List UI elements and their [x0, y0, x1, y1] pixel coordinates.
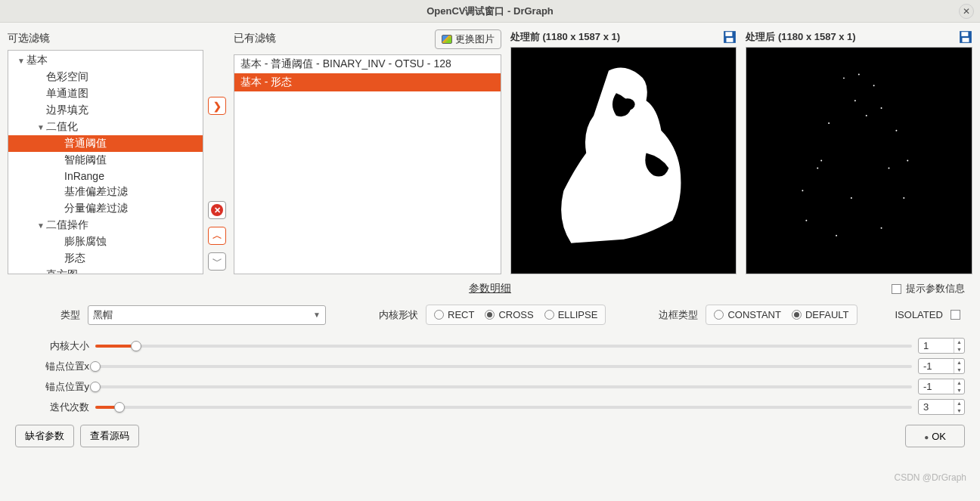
filter-tree[interactable]: ▼基本色彩空间单通道图边界填充▼二值化普通阈值智能阈值InRange基准偏差过滤… — [8, 50, 203, 274]
checkbox-icon — [892, 284, 901, 294]
border-type-label: 边框类型 — [659, 308, 698, 322]
svg-point-16 — [881, 227, 882, 229]
dot-icon: ● — [924, 433, 929, 441]
window-title: OpenCV调试窗口 - DrGraph — [426, 5, 554, 18]
slider-label: 锚点位置x — [15, 360, 89, 373]
svg-rect-2 — [727, 38, 733, 42]
svg-rect-7 — [963, 38, 969, 42]
change-image-button[interactable]: 更换图片 — [435, 29, 501, 49]
chevron-down-icon: ▼ — [313, 311, 321, 319]
type-combo[interactable]: 黑帽 ▼ — [88, 305, 326, 325]
svg-rect-1 — [726, 32, 733, 36]
save-after-icon[interactable] — [959, 30, 972, 44]
svg-point-9 — [843, 77, 845, 79]
tree-item[interactable]: ▼二值化 — [8, 119, 203, 135]
tree-item[interactable]: InRange — [8, 169, 203, 184]
svg-point-20 — [821, 160, 823, 162]
close-button[interactable]: ✕ — [959, 4, 974, 19]
list-item[interactable]: 基本 - 形态 — [234, 73, 501, 91]
spin-box[interactable]: 3▲▼ — [918, 399, 965, 415]
svg-point-19 — [802, 190, 804, 191]
svg-rect-8 — [746, 48, 972, 274]
view-source-button[interactable]: 查看源码 — [80, 425, 139, 447]
svg-point-24 — [889, 167, 890, 169]
kernel-shape-label: 内核形状 — [379, 308, 418, 322]
after-label: 处理后 (1180 x 1587 x 1) — [746, 30, 855, 44]
params-title: 参数明细 — [469, 282, 511, 295]
type-label: 类型 — [60, 308, 80, 322]
svg-point-15 — [904, 197, 905, 199]
tree-item[interactable]: 智能阈值 — [8, 152, 203, 169]
svg-point-21 — [829, 122, 830, 124]
image-icon — [442, 35, 452, 44]
svg-point-17 — [836, 235, 837, 237]
kernel-shape-group: RECTCROSSELLIPSE — [426, 305, 606, 325]
border-type-group: CONSTANTDEFAULT — [706, 305, 857, 325]
slider-row: 迭代次数3▲▼ — [8, 397, 972, 417]
tree-item[interactable]: ▼二值操作 — [8, 217, 203, 233]
default-params-button[interactable]: 缺省参数 — [15, 425, 74, 447]
titlebar: OpenCV调试窗口 - DrGraph ✕ — [0, 0, 980, 23]
isolated-label: ISOLATED — [895, 309, 943, 320]
hint-checkbox[interactable]: 提示参数信息 — [892, 282, 965, 295]
tree-item[interactable]: 色彩空间 — [8, 69, 203, 85]
slider-row: 内核大小1▲▼ — [8, 336, 972, 356]
svg-point-10 — [858, 73, 860, 75]
move-up-button[interactable]: ︿ — [208, 227, 226, 245]
move-down-button[interactable]: ﹀ — [208, 252, 226, 271]
applied-filter-list[interactable]: 基本 - 普通阈值 - BINARY_INV - OTSU - 128基本 - … — [234, 54, 501, 274]
slider[interactable] — [95, 339, 912, 353]
tree-item[interactable]: ▼基本 — [8, 52, 203, 69]
radio-option[interactable]: DEFAULT — [792, 309, 849, 320]
before-image — [510, 47, 737, 274]
tree-item[interactable]: 边界填充 — [8, 102, 203, 119]
slider-label: 内核大小 — [15, 339, 89, 353]
spin-box[interactable]: -1▲▼ — [918, 379, 965, 394]
tree-item[interactable]: 普通阈值 — [8, 135, 203, 152]
svg-rect-6 — [961, 32, 968, 36]
applied-filters-label: 已有滤镜 — [234, 29, 276, 50]
svg-point-22 — [854, 100, 856, 101]
slider-label: 锚点位置y — [15, 380, 89, 394]
before-label: 处理前 (1180 x 1587 x 1) — [510, 30, 620, 44]
spin-box[interactable]: -1▲▼ — [918, 358, 965, 374]
tree-item[interactable]: 基准偏差过滤 — [8, 184, 203, 200]
slider[interactable] — [95, 400, 912, 414]
radio-option[interactable]: RECT — [434, 309, 474, 320]
svg-point-14 — [907, 160, 909, 162]
tree-item[interactable]: 膨胀腐蚀 — [8, 233, 203, 250]
delete-filter-button[interactable]: ✕ — [208, 201, 226, 219]
save-before-icon[interactable] — [723, 30, 737, 44]
svg-point-18 — [806, 220, 808, 221]
svg-point-25 — [851, 197, 852, 199]
tree-item[interactable]: 形态 — [8, 250, 203, 267]
isolated-checkbox[interactable] — [951, 310, 960, 320]
tree-item[interactable]: 单通道图 — [8, 85, 203, 102]
radio-option[interactable]: ELLIPSE — [544, 309, 598, 320]
svg-point-12 — [881, 107, 882, 109]
ok-button[interactable]: ●OK — [905, 425, 965, 447]
tree-item[interactable]: 分量偏差过滤 — [8, 200, 203, 217]
list-item[interactable]: 基本 - 普通阈值 - BINARY_INV - OTSU - 128 — [234, 55, 501, 73]
after-image — [746, 47, 972, 274]
watermark: CSDN @DrGraph — [894, 472, 966, 483]
radio-option[interactable]: CROSS — [485, 309, 533, 320]
radio-option[interactable]: CONSTANT — [714, 309, 781, 320]
svg-point-4 — [620, 98, 635, 110]
tree-item[interactable]: 直方图 — [8, 267, 203, 274]
svg-point-26 — [817, 167, 819, 169]
slider-row: 锚点位置y-1▲▼ — [8, 376, 972, 397]
slider[interactable] — [95, 380, 912, 394]
svg-point-23 — [866, 115, 867, 116]
add-filter-button[interactable]: ❯ — [208, 97, 226, 115]
slider[interactable] — [95, 360, 912, 373]
slider-row: 锚点位置x-1▲▼ — [8, 356, 972, 376]
svg-point-11 — [873, 85, 875, 86]
slider-label: 迭代次数 — [15, 400, 89, 414]
available-filters-label: 可选滤镜 — [8, 29, 203, 50]
spin-box[interactable]: 1▲▼ — [918, 338, 965, 354]
svg-point-13 — [896, 130, 898, 131]
